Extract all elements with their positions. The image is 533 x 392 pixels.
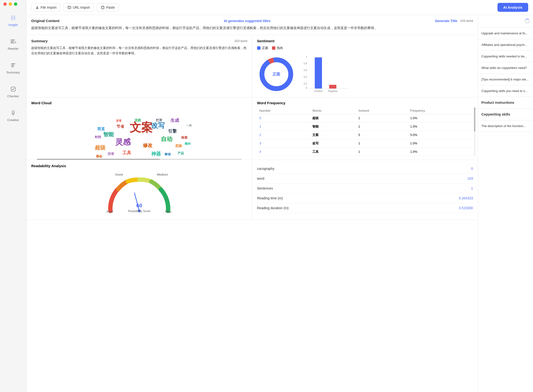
url-import-button[interactable]: URL Import: [63, 3, 94, 12]
word-count-original: 103 word: [460, 19, 473, 23]
cloud-word-节省: 节省: [116, 124, 124, 129]
svg-point-1: [12, 17, 14, 18]
cloud-word-改写: 改写: [151, 122, 165, 129]
readability-metrics: cacography 0 word 103 Sentences 1 Readin…: [252, 160, 478, 220]
cell-number: 0: [257, 114, 310, 122]
file-import-button[interactable]: File Import: [31, 3, 61, 12]
cloud-word-生成: 生成: [170, 118, 179, 123]
col-number: Number: [257, 107, 310, 114]
svg-text:0.4: 0.4: [304, 76, 307, 78]
metric-label: Reading duration (m): [257, 206, 289, 210]
cloud-word-一件: 一件: [186, 124, 192, 127]
word-cloud-section: Word Cloud 文案 灵感 改写 自动 超级 智能 修改 引擎 生成: [26, 98, 252, 160]
checker-icon: [9, 85, 18, 93]
word-cloud-scrollbar-thumb[interactable]: [37, 159, 160, 160]
donut-chart: 正面: [257, 55, 296, 93]
svg-rect-3: [11, 41, 14, 42]
url-import-label: URL Import: [73, 6, 90, 9]
cloud-word-文案: 文案: [130, 121, 153, 134]
cell-word: 超级: [310, 114, 356, 122]
original-text: 超级智能的文案改写工具，能够节省我大量的修改文案的时间，每一次没有灵感和思路的时…: [31, 25, 473, 31]
loading-spinner: [525, 19, 530, 24]
cloud-word-都会: 都会: [96, 154, 103, 158]
content-area: Original Content AI generates suggested …: [26, 15, 533, 392]
ai-analysis-button[interactable]: AI Analysis: [497, 3, 528, 12]
summary-section: Summary 103 word 超级智能的文案改写工具，能够节省我大量的修改文…: [26, 35, 252, 97]
table-row: 1 智能 1 1.0%: [257, 122, 473, 131]
cloud-word-没有: 没有: [108, 152, 115, 156]
cell-number: 3: [257, 139, 310, 147]
metric-label: word: [257, 177, 264, 180]
right-panel-item[interactable]: What skills do copywriters need?: [478, 62, 533, 74]
right-panel-item[interactable]: Copywriting skills: [478, 109, 533, 120]
right-panel-item[interactable]: The description of the function...: [478, 120, 533, 132]
metric-label: Sentences: [257, 186, 273, 190]
cloud-word-这款: 这款: [134, 118, 141, 122]
summary-title: Summary: [31, 39, 48, 43]
cell-amount: 1: [356, 114, 408, 122]
sidebar-item-rewrite[interactable]: Rewrite: [0, 34, 26, 53]
metric-value: 0.343333: [459, 196, 473, 200]
cell-amount: 1: [356, 147, 408, 156]
sentiment-charts: 正面 1 0.8 0.6 0.4 0.2 0: [257, 54, 473, 93]
svg-text:1: 1: [306, 55, 307, 58]
summary-text: 超级智能的文案改写工具，能够节省我大量的修改文案的时间，每一次没有灵感和思路的时…: [31, 45, 247, 56]
original-content-header: Original Content AI generates suggested …: [31, 19, 473, 23]
sidebar-item-summary[interactable]: Summary: [0, 58, 26, 77]
maximize-button[interactable]: [14, 2, 17, 6]
checker-label: Checker: [7, 94, 19, 98]
col-frequency: Frequency: [408, 107, 473, 114]
metric-value: 103: [467, 177, 473, 180]
svg-rect-11: [68, 6, 71, 9]
svg-rect-5: [11, 63, 15, 64]
table-row: 2 文案 5 5.0%: [257, 131, 473, 139]
svg-text:Poor: Poor: [107, 210, 113, 214]
right-panel-item[interactable]: Copywriting skills you need to s...: [478, 85, 533, 97]
metric-label: cacography: [257, 167, 274, 171]
cloud-word-检索: 检索: [181, 136, 188, 139]
cell-frequency: 1.0%: [408, 139, 473, 147]
readability-row: Readability Analysis Good Medium: [26, 160, 478, 220]
left-panel[interactable]: Original Content AI generates suggested …: [26, 15, 478, 392]
positive-label: 正面: [262, 46, 268, 50]
gauge-medium-label: Medium: [157, 173, 168, 176]
svg-text:Readability Score: Readability Score: [128, 209, 151, 213]
paste-icon: [101, 6, 105, 9]
word-cloud-scrollbar-track: [37, 159, 242, 160]
right-panel-item[interactable]: [Tips recommended] 6 major ele...: [478, 74, 533, 85]
cell-word: 工具: [310, 147, 356, 156]
svg-rect-22: [315, 57, 322, 89]
summary-word-count: 103 word: [234, 39, 247, 43]
metric-row: Sentences 1: [257, 184, 473, 193]
right-panel-item[interactable]: Affiliates and operational psych...: [478, 39, 533, 51]
cell-frequency: 1.0%: [408, 122, 473, 131]
cloud-word-智能: 智能: [103, 131, 114, 137]
word-cloud-title: Word Cloud: [31, 101, 247, 105]
svg-rect-2: [11, 40, 15, 40]
sidebar-item-creative[interactable]: Creative: [0, 106, 26, 125]
main-area: File Import URL Import Paste AI Analysis: [26, 0, 533, 392]
sidebar-item-insight[interactable]: Insight: [0, 11, 26, 30]
right-panel-item[interactable]: Upgrade and maintenance at th...: [478, 28, 533, 39]
svg-text:0: 0: [306, 87, 307, 89]
cloud-word-打开: 打开: [156, 118, 163, 122]
word-cloud-canvas: 文案 灵感 改写 自动 超级 智能 修改 引擎 生成 节省 神器 工具: [31, 107, 247, 160]
gauge-svg: Poor Nice 60 Readability Score: [103, 177, 175, 216]
metric-value: 0: [471, 167, 473, 171]
sidebar-item-checker[interactable]: Checker: [0, 82, 26, 101]
generate-title-button[interactable]: Generate Title: [435, 19, 457, 23]
close-button[interactable]: [3, 2, 7, 6]
right-panel-item[interactable]: Copywriting skills needed to be...: [478, 51, 533, 62]
summary-icon: [9, 61, 18, 70]
right-panel-item[interactable]: Product instructions: [478, 97, 533, 109]
metric-row: cacography 0: [257, 164, 473, 174]
paste-button[interactable]: Paste: [97, 3, 119, 12]
table-row: 0 超级 1 1.0%: [257, 114, 473, 122]
minimize-button[interactable]: [9, 2, 12, 6]
cloud-word-非常: 非常: [116, 119, 122, 122]
ai-analysis-label: AI Analysis: [503, 5, 522, 9]
metric-row: Reading time (m) 0.343333: [257, 193, 473, 203]
summary-sentiment-row: Summary 103 word 超级智能的文案改写工具，能够节省我大量的修改文…: [26, 35, 478, 98]
original-content-section: Original Content AI generates suggested …: [26, 15, 478, 35]
summary-label: Summary: [6, 71, 20, 74]
